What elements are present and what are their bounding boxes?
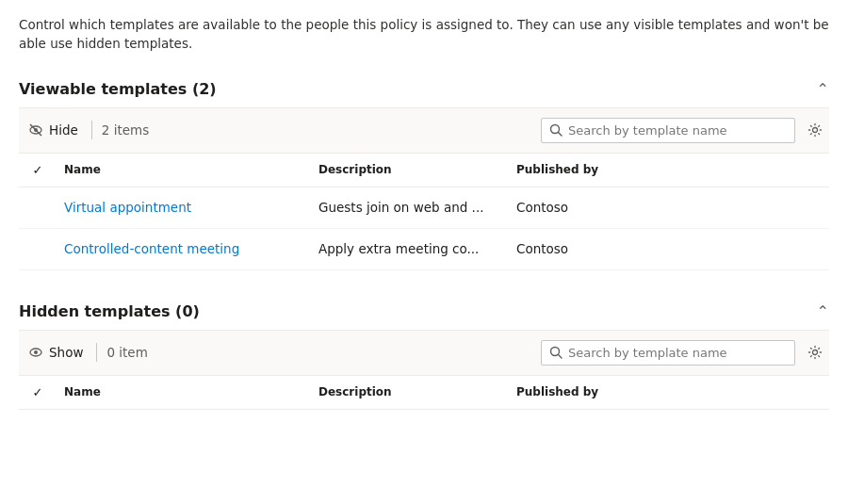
section-divider (19, 270, 829, 293)
hidden-col-pub: Published by (509, 383, 697, 401)
eye-icon (28, 345, 43, 360)
svg-point-7 (34, 350, 38, 354)
hidden-col-name: Name (57, 383, 311, 401)
hidden-gear-button[interactable] (801, 340, 829, 365)
hidden-toolbar-left: Show 0 item (19, 340, 154, 365)
hidden-col-desc: Description (311, 383, 509, 401)
row-extra (697, 239, 829, 258)
show-label: Show (49, 345, 83, 360)
viewable-search-input[interactable] (568, 123, 787, 138)
row-name[interactable]: Virtual appointment (57, 190, 311, 224)
viewable-toolbar: Hide 2 items (19, 108, 829, 154)
hidden-toolbar-divider (96, 343, 97, 362)
svg-point-2 (34, 128, 38, 132)
viewable-table-header: ✓ Name Description Published by (19, 154, 829, 187)
check-mark: ✓ (33, 163, 43, 177)
viewable-gear-button[interactable] (801, 118, 829, 142)
show-button[interactable]: Show (19, 340, 92, 365)
row-extra (697, 198, 829, 217)
viewable-collapse-icon[interactable]: ⌃ (817, 80, 829, 98)
svg-point-5 (813, 128, 818, 133)
hidden-collapse-icon[interactable]: ⌃ (817, 302, 829, 320)
table-row: Controlled-content meeting Apply extra m… (19, 229, 829, 270)
hidden-col-extra (697, 383, 829, 401)
table-row: Virtual appointment Guests join on web a… (19, 187, 829, 229)
gear-icon (807, 122, 823, 138)
svg-point-10 (813, 350, 818, 355)
hidden-item-count: 0 item (101, 345, 153, 360)
viewable-col-name: Name (57, 161, 311, 179)
viewable-search-box[interactable] (541, 118, 795, 143)
row-desc: Apply extra meeting co... (311, 232, 509, 266)
viewable-section: Viewable templates (2) ⌃ Hide 2 items (19, 71, 829, 270)
hide-icon (28, 122, 43, 138)
hidden-table-header: ✓ Name Description Published by (19, 376, 829, 410)
viewable-check-all[interactable]: ✓ (19, 161, 57, 179)
hidden-check-all[interactable]: ✓ (19, 383, 57, 401)
hidden-toolbar: Show 0 item (19, 331, 829, 376)
search-icon (549, 346, 563, 359)
page-wrapper: Control which templates are available to… (0, 0, 848, 410)
search-icon (549, 123, 563, 137)
page-description: Control which templates are available to… (19, 15, 829, 54)
viewable-item-count: 2 items (96, 122, 155, 138)
viewable-table-body: Virtual appointment Guests join on web a… (19, 187, 829, 270)
hide-label: Hide (49, 122, 78, 138)
hidden-section-title: Hidden templates (0) (19, 302, 200, 320)
viewable-col-extra (697, 161, 829, 179)
toolbar-divider (91, 121, 92, 139)
viewable-section-header: Viewable templates (2) ⌃ (19, 71, 829, 108)
svg-line-9 (559, 355, 563, 359)
hidden-search-box[interactable] (541, 340, 795, 366)
row-desc: Guests join on web and ... (311, 190, 509, 224)
viewable-section-title: Viewable templates (2) (19, 80, 217, 98)
row-name[interactable]: Controlled-content meeting (57, 232, 311, 266)
viewable-toolbar-right (541, 118, 829, 143)
svg-line-4 (559, 133, 563, 137)
viewable-col-pub: Published by (509, 161, 697, 179)
check-mark: ✓ (33, 385, 43, 399)
viewable-toolbar-left: Hide 2 items (19, 118, 155, 142)
gear-icon (807, 345, 823, 360)
hide-button[interactable]: Hide (19, 118, 88, 142)
row-pub: Contoso (509, 232, 697, 266)
hidden-section-header: Hidden templates (0) ⌃ (19, 293, 829, 331)
hidden-search-input[interactable] (568, 346, 787, 360)
viewable-col-desc: Description (311, 161, 509, 179)
hidden-section: Hidden templates (0) ⌃ Show 0 item (19, 293, 829, 410)
hidden-toolbar-right (541, 340, 829, 366)
row-check[interactable] (19, 239, 57, 258)
row-pub: Contoso (509, 190, 697, 224)
row-check[interactable] (19, 198, 57, 217)
